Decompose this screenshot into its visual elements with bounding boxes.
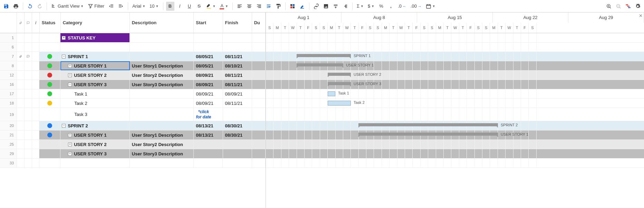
description-cell[interactable] <box>130 99 194 108</box>
expander-icon[interactable]: + <box>68 143 72 146</box>
underline-button[interactable]: U <box>185 2 194 11</box>
table-row[interactable]: 29+USER STORY 3User Story3 Description <box>0 149 266 159</box>
gantt-bar[interactable] <box>328 91 335 96</box>
start-cell[interactable] <box>194 140 223 149</box>
filter-button[interactable]: Filter <box>86 2 106 11</box>
align-center-button[interactable] <box>245 2 253 11</box>
comment-cell[interactable] <box>25 159 32 168</box>
status-cell[interactable] <box>39 52 60 61</box>
finish-cell[interactable]: 08/11/21 <box>223 52 252 61</box>
table-row[interactable]: 18Task 208/09/2108/11/21 <box>0 99 266 108</box>
description-cell[interactable] <box>130 33 194 42</box>
start-cell[interactable]: 08/13/21 <box>194 121 223 130</box>
insert-col-button[interactable] <box>341 2 349 11</box>
category-cell[interactable]: Task 1 <box>60 89 130 98</box>
finish-cell[interactable]: 08/30/21 <box>223 130 252 139</box>
duration-cell[interactable] <box>252 99 266 108</box>
duration-cell[interactable] <box>252 140 266 149</box>
category-cell[interactable]: −USER STORY 3 <box>60 80 130 89</box>
finish-cell[interactable] <box>223 43 252 52</box>
finish-cell[interactable]: 08/11/21 <box>223 71 252 80</box>
description-cell[interactable] <box>130 121 194 130</box>
status-cell[interactable] <box>39 149 60 158</box>
highlight-button[interactable] <box>298 2 306 11</box>
timeline-row[interactable] <box>266 140 644 149</box>
expander-icon[interactable]: + <box>68 73 72 77</box>
row-number[interactable]: 1 <box>0 33 17 42</box>
attachment-cell[interactable] <box>17 108 25 121</box>
info-cell[interactable] <box>32 99 40 108</box>
finish-cell[interactable] <box>223 33 252 42</box>
gantt-bar[interactable] <box>328 73 351 76</box>
start-cell[interactable]: 08/05/21 <box>194 52 223 61</box>
comment-cell[interactable] <box>25 61 32 70</box>
row-number[interactable]: 18 <box>0 99 17 108</box>
status-cell[interactable] <box>39 43 60 52</box>
duration-cell[interactable] <box>252 159 266 168</box>
table-row[interactable]: 25+USER STORY 2User Story2 Description <box>0 140 266 149</box>
description-cell[interactable]: User Story3 Description <box>130 149 194 158</box>
finish-cell[interactable]: 08/10/21 <box>223 61 252 70</box>
attachment-header[interactable] <box>17 12 25 33</box>
category-cell[interactable] <box>60 159 129 168</box>
expander-icon[interactable]: + <box>62 36 66 40</box>
expander-icon[interactable]: − <box>62 55 66 58</box>
info-header[interactable]: i <box>32 12 40 33</box>
info-cell[interactable] <box>32 71 40 80</box>
conditional-format-button[interactable] <box>288 2 297 11</box>
category-cell[interactable]: +USER STORY 2 <box>60 140 130 149</box>
start-cell[interactable] <box>194 159 223 168</box>
description-cell[interactable] <box>130 159 194 168</box>
comment-cell[interactable] <box>25 52 32 61</box>
comment-cell[interactable] <box>25 33 32 42</box>
status-cell[interactable] <box>39 108 60 121</box>
zoom-out-button[interactable] <box>614 2 623 11</box>
attachment-cell[interactable] <box>17 130 25 139</box>
info-cell[interactable] <box>32 43 40 52</box>
comment-cell[interactable] <box>25 140 32 149</box>
status-header[interactable]: Status <box>40 12 61 33</box>
print-button[interactable] <box>12 2 20 11</box>
attachment-cell[interactable] <box>17 99 25 108</box>
start-cell[interactable]: 08/09/21 <box>194 99 223 108</box>
info-cell[interactable] <box>32 130 40 139</box>
save-button[interactable] <box>2 2 10 11</box>
description-cell[interactable] <box>130 89 194 98</box>
timeline-row[interactable] <box>266 33 644 43</box>
table-row[interactable]: 20−SPRINT 208/13/2108/30/21 <box>0 121 266 130</box>
start-cell[interactable]: *clickfor date <box>194 108 223 121</box>
attachment-cell[interactable] <box>17 89 25 98</box>
table-row[interactable]: 6 <box>0 43 266 52</box>
description-cell[interactable] <box>130 43 194 52</box>
expander-icon[interactable]: − <box>68 83 72 87</box>
font-name-dropdown[interactable]: Arial▼ <box>131 2 147 11</box>
status-cell[interactable] <box>39 140 60 149</box>
table-row[interactable]: 21+USER STORY 1User Story1 Description08… <box>0 130 266 140</box>
row-number[interactable]: 7 <box>0 52 17 61</box>
status-cell[interactable] <box>39 121 60 130</box>
text-color-button[interactable]: A▼ <box>218 2 230 11</box>
status-cell[interactable] <box>39 130 60 139</box>
duration-header[interactable]: Du <box>252 12 266 33</box>
bold-button[interactable]: B <box>166 2 174 11</box>
info-cell[interactable] <box>32 140 40 149</box>
attachment-cell[interactable] <box>17 61 25 70</box>
expander-icon[interactable]: + <box>68 152 72 156</box>
timeline-row[interactable]: Task 1 <box>266 89 644 99</box>
finish-cell[interactable] <box>223 108 252 121</box>
start-cell[interactable] <box>194 33 223 42</box>
gantt-bar[interactable] <box>297 54 351 57</box>
table-row[interactable]: 12+USER STORY 2User Story2 Description08… <box>0 71 266 80</box>
align-right-button[interactable] <box>255 2 263 11</box>
duration-cell[interactable] <box>252 108 266 121</box>
row-number[interactable]: 19 <box>0 108 17 121</box>
sum-button[interactable]: Σ▼ <box>355 2 365 11</box>
finish-cell[interactable] <box>223 159 252 168</box>
row-number[interactable]: 8 <box>0 61 17 70</box>
critical-path-button[interactable] <box>624 2 632 11</box>
image-button[interactable] <box>322 2 330 11</box>
row-number[interactable]: 20 <box>0 121 17 130</box>
zoom-in-button[interactable] <box>605 2 613 11</box>
gantt-bar[interactable] <box>328 82 351 85</box>
timeline-row[interactable] <box>266 108 644 121</box>
